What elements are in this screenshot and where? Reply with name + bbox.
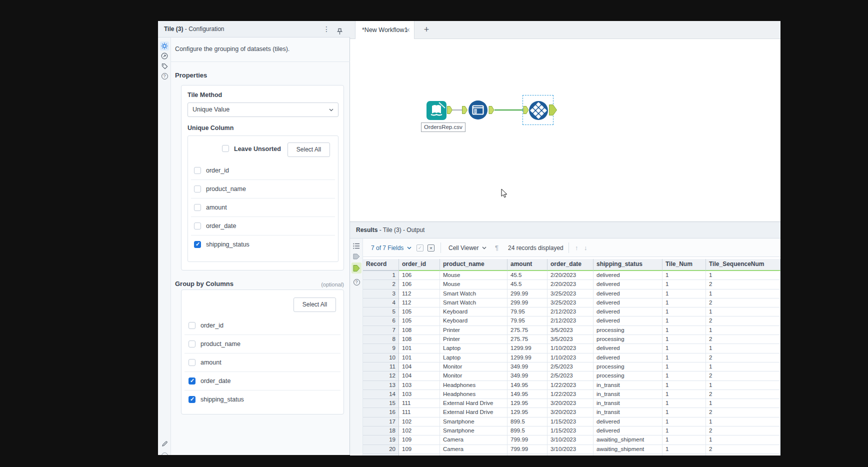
table-cell[interactable]: 1: [662, 308, 706, 316]
table-cell[interactable]: 899.5: [508, 426, 548, 436]
table-cell[interactable]: Smart Watch: [440, 298, 508, 308]
table-cell[interactable]: 2/5/2023: [548, 372, 594, 380]
groupby-select-all-button[interactable]: Select All: [294, 298, 336, 312]
apply-data-manipulations-icon[interactable]: ✓: [416, 238, 424, 257]
column-checkbox[interactable]: [188, 322, 196, 329]
column-option-row[interactable]: shipping_status: [182, 390, 344, 408]
table-cell[interactable]: 1: [706, 290, 780, 298]
table-cell[interactable]: 799.99: [508, 445, 548, 454]
table-cell[interactable]: Camera: [440, 436, 508, 444]
table-cell[interactable]: delivered: [594, 280, 662, 289]
record-number-cell[interactable]: 7: [363, 326, 399, 335]
table-cell[interactable]: delivered: [594, 344, 662, 353]
table-cell[interactable]: 1: [662, 399, 706, 408]
table-cell[interactable]: 299.99: [508, 298, 548, 308]
column-checkbox[interactable]: [194, 222, 201, 230]
table-cell[interactable]: External Hard Drive: [440, 399, 508, 408]
column-option-row[interactable]: shipping_status: [188, 235, 338, 254]
table-cell[interactable]: 1: [662, 354, 706, 362]
table-cell[interactable]: 1299.99: [508, 354, 548, 362]
record-number-cell[interactable]: 16: [363, 408, 399, 417]
table-cell[interactable]: awaiting_shipment: [594, 436, 662, 444]
output-anchor-icon[interactable]: [352, 262, 362, 274]
table-cell[interactable]: Mouse: [440, 280, 508, 289]
table-cell[interactable]: 102: [399, 426, 440, 436]
record-number-cell[interactable]: 10: [363, 354, 399, 362]
record-number-cell[interactable]: 2: [363, 280, 399, 289]
table-cell[interactable]: 2/5/2023: [548, 362, 594, 372]
table-cell[interactable]: 1/22/2023: [548, 381, 594, 390]
tab-close-icon[interactable]: ×: [406, 21, 410, 39]
table-cell[interactable]: 349.99: [508, 362, 548, 372]
table-cell[interactable]: in_transit: [594, 390, 662, 399]
unique-select-all-button[interactable]: Select All: [288, 142, 330, 157]
table-cell[interactable]: 1: [662, 408, 706, 417]
table-cell[interactable]: 3/20/2023: [548, 408, 594, 417]
table-cell[interactable]: 1: [662, 316, 706, 326]
column-header[interactable]: Tile_Num: [662, 259, 706, 271]
record-number-cell[interactable]: 15: [363, 399, 399, 408]
table-cell[interactable]: delivered: [594, 290, 662, 298]
table-cell[interactable]: Keyboard: [440, 308, 508, 316]
record-number-cell[interactable]: 11: [363, 362, 399, 372]
table-cell[interactable]: 1: [706, 271, 780, 280]
table-cell[interactable]: in_transit: [594, 381, 662, 390]
table-cell[interactable]: 1: [706, 436, 780, 444]
table-cell[interactable]: processing: [594, 372, 662, 380]
table-cell[interactable]: Printer: [440, 335, 508, 344]
workflow-canvas[interactable]: *New Workflow1 × +: [350, 21, 780, 222]
table-cell[interactable]: delivered: [594, 298, 662, 308]
table-cell[interactable]: 1: [706, 326, 780, 335]
table-cell[interactable]: delivered: [594, 426, 662, 436]
record-number-cell[interactable]: 5: [363, 308, 399, 316]
table-cell[interactable]: 1: [662, 271, 706, 280]
table-cell[interactable]: in_transit: [594, 408, 662, 417]
table-cell[interactable]: 799.99: [508, 436, 548, 444]
tile-output-anchor-icon[interactable]: [549, 104, 557, 116]
table-cell[interactable]: delivered: [594, 354, 662, 362]
table-cell[interactable]: processing: [594, 362, 662, 372]
table-cell[interactable]: 111: [399, 399, 440, 408]
table-cell[interactable]: 101: [399, 344, 440, 353]
table-cell[interactable]: 2/20/2023: [548, 280, 594, 289]
table-cell[interactable]: 2: [706, 408, 780, 417]
connection-wire-green[interactable]: [494, 110, 523, 110]
table-cell[interactable]: 149.95: [508, 390, 548, 399]
table-cell[interactable]: 1: [662, 280, 706, 289]
table-cell[interactable]: 79.95: [508, 316, 548, 326]
clear-data-manipulations-icon[interactable]: ×: [428, 238, 434, 257]
help-icon[interactable]: ?: [160, 72, 169, 80]
table-cell[interactable]: 149.95: [508, 381, 548, 390]
table-cell[interactable]: 108: [399, 326, 440, 335]
table-cell[interactable]: Smartphone: [440, 426, 508, 436]
table-cell[interactable]: 1: [706, 399, 780, 408]
table-cell[interactable]: 104: [399, 372, 440, 380]
table-cell[interactable]: 106: [399, 280, 440, 289]
table-cell[interactable]: 45.5: [508, 271, 548, 280]
table-cell[interactable]: Camera: [440, 445, 508, 454]
column-header[interactable]: product_name: [440, 259, 508, 271]
table-cell[interactable]: Mouse: [440, 271, 508, 280]
table-cell[interactable]: processing: [594, 326, 662, 335]
whitespace-toggle-icon[interactable]: ¶: [495, 238, 498, 257]
table-cell[interactable]: 1: [662, 344, 706, 353]
table-cell[interactable]: 1: [662, 418, 706, 426]
table-cell[interactable]: 2: [706, 280, 780, 289]
table-cell[interactable]: 3/25/2023: [548, 290, 594, 298]
column-checkbox[interactable]: [194, 241, 201, 248]
table-cell[interactable]: 112: [399, 290, 440, 298]
table-cell[interactable]: 106: [399, 271, 440, 280]
table-cell[interactable]: delivered: [594, 308, 662, 316]
table-cell[interactable]: 3/20/2023: [548, 399, 594, 408]
table-cell[interactable]: 275.75: [508, 335, 548, 344]
table-cell[interactable]: 1: [662, 335, 706, 344]
input-data-tool[interactable]: [426, 101, 446, 120]
table-cell[interactable]: 102: [399, 418, 440, 426]
edit-pencil-icon[interactable]: [160, 439, 169, 448]
table-cell[interactable]: in_transit: [594, 399, 662, 408]
table-cell[interactable]: 104: [399, 362, 440, 372]
table-cell[interactable]: 2: [706, 354, 780, 362]
output-port-icon[interactable]: [488, 106, 494, 114]
column-header[interactable]: shipping_status: [594, 259, 662, 271]
fields-dropdown[interactable]: 7 of 7 Fields: [371, 238, 412, 257]
